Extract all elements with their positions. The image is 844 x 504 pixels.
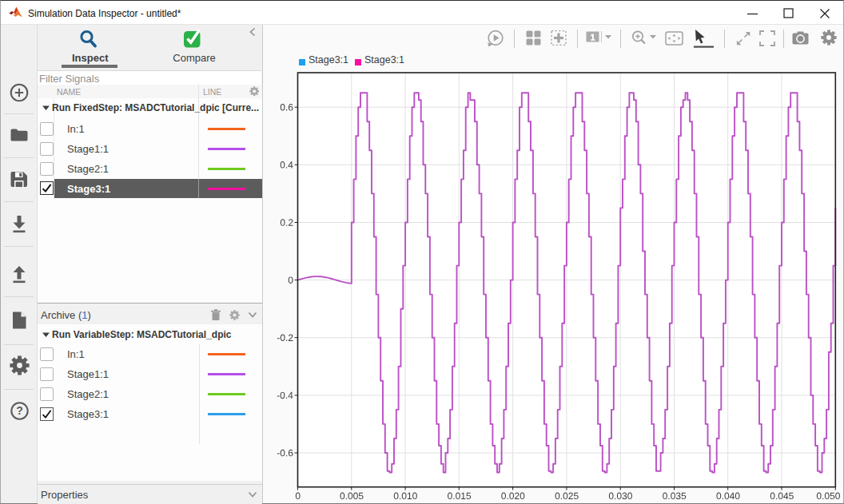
svg-text:?: ? (16, 404, 23, 417)
